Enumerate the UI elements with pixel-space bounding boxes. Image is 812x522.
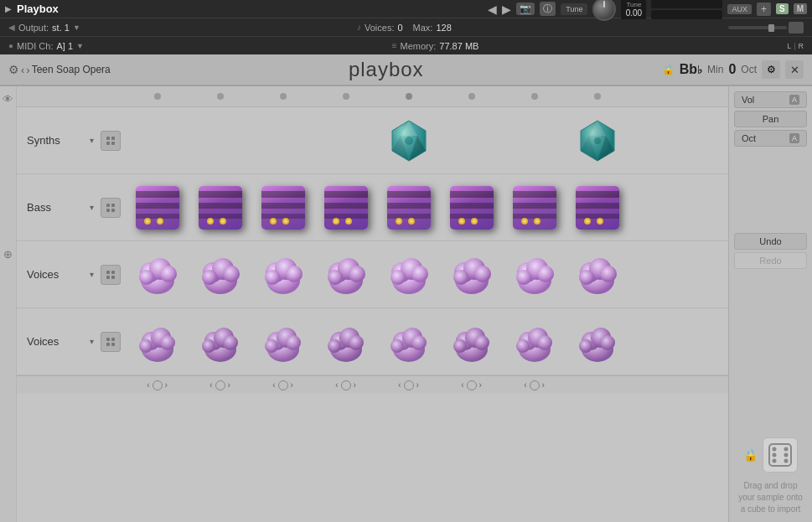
- nav-prev-1[interactable]: ‹: [147, 380, 149, 390]
- bass-expand-button[interactable]: ▾: [90, 203, 94, 212]
- eye-icon[interactable]: 👁: [3, 93, 13, 106]
- svg-point-44: [516, 270, 531, 285]
- voices1-cell-3[interactable]: [251, 241, 314, 308]
- undo-button[interactable]: Undo: [734, 233, 807, 250]
- synth-cell-1[interactable]: [126, 107, 189, 174]
- output-dropdown[interactable]: ▼: [73, 23, 80, 32]
- output-label: Output:: [18, 23, 49, 33]
- voices1-trigger[interactable]: [101, 265, 121, 285]
- step-dot-4: [314, 93, 377, 100]
- nav-prev-6[interactable]: ‹: [461, 380, 463, 390]
- nav-next-6[interactable]: ›: [479, 380, 482, 390]
- bass-trigger[interactable]: [101, 198, 121, 218]
- nav-next-3[interactable]: ›: [291, 380, 293, 390]
- synth-cell-6[interactable]: [440, 107, 503, 174]
- synth-cell-7[interactable]: [503, 107, 566, 174]
- bass-cell-5[interactable]: [377, 174, 440, 241]
- key-oct-controls: 🔒 Bb♭ Min 0 Oct ⚙ ✕: [662, 60, 804, 79]
- bass-cell-7[interactable]: [503, 174, 566, 241]
- voices1-cell-8[interactable]: [566, 241, 628, 308]
- aux-button[interactable]: AUX: [727, 4, 752, 14]
- fader-bar1[interactable]: [728, 26, 787, 29]
- synth-cell-2[interactable]: [189, 107, 251, 174]
- bass-cell-4[interactable]: [314, 174, 377, 241]
- nav-next-1[interactable]: ›: [165, 380, 168, 390]
- breadcrumb-next-button[interactable]: ›: [26, 64, 29, 76]
- tune-knob[interactable]: [592, 0, 616, 21]
- gear-button[interactable]: ⚙: [762, 60, 780, 79]
- voices2-cell-4[interactable]: [314, 308, 377, 375]
- synths-trigger[interactable]: [101, 131, 121, 151]
- bass-cell-6[interactable]: [440, 174, 503, 241]
- nav-group: ⚙ ‹ › Teen Soap Opera: [8, 63, 111, 76]
- prev-nav-button[interactable]: ◀: [488, 3, 497, 16]
- voices1-cube-6: [447, 251, 496, 299]
- voices1-expand-button[interactable]: ▾: [90, 270, 94, 279]
- bass-label-area: Bass ▾: [17, 201, 101, 214]
- voices1-cell-2[interactable]: [189, 241, 251, 308]
- synths-row: Synths ▾: [17, 107, 728, 174]
- voices2-trigger[interactable]: [101, 332, 121, 352]
- voices2-expand-button[interactable]: ▾: [90, 337, 94, 346]
- camera-button[interactable]: 📷: [516, 3, 535, 15]
- pan-button[interactable]: Pan: [734, 111, 807, 127]
- nav-prev-4[interactable]: ‹: [335, 380, 338, 390]
- nav-next-5[interactable]: ›: [416, 380, 419, 390]
- nav-prev-2[interactable]: ‹: [209, 380, 212, 390]
- m-button[interactable]: M: [794, 3, 807, 14]
- voices2-cube-3: [259, 318, 308, 366]
- nav-next-2[interactable]: ›: [228, 380, 230, 390]
- voices2-cell-5[interactable]: [377, 308, 440, 375]
- midi-dropdown[interactable]: ▼: [76, 42, 84, 50]
- synths-expand-button[interactable]: ▾: [90, 136, 94, 145]
- lock-icon-dice[interactable]: 🔒: [743, 448, 758, 462]
- breadcrumb-prev-button[interactable]: ‹: [21, 64, 24, 76]
- voices2-cell-2[interactable]: [189, 308, 251, 375]
- flat-symbol: ♭: [697, 64, 702, 76]
- voices2-cell-3[interactable]: [251, 308, 314, 375]
- voices1-cell-4[interactable]: [314, 241, 377, 308]
- step-indicator-2: [215, 380, 225, 390]
- synth-cell-5[interactable]: [377, 107, 440, 174]
- voices1-cube-3: [259, 251, 308, 299]
- voices2-cell-6[interactable]: [440, 308, 503, 375]
- bass-row: Bass ▾: [17, 174, 728, 241]
- synth-cell-4[interactable]: [314, 107, 377, 174]
- voices1-cell-1[interactable]: [126, 241, 189, 308]
- bass-cell-8[interactable]: [566, 174, 628, 241]
- app-title: Playbox: [17, 3, 59, 15]
- bass-cell-3[interactable]: [251, 174, 314, 241]
- bass-cell-2[interactable]: [189, 174, 251, 241]
- voices1-cell-7[interactable]: [503, 241, 566, 308]
- bass-cell-1[interactable]: [126, 174, 189, 241]
- svg-point-63: [286, 335, 301, 350]
- vol-button[interactable]: Vol A: [734, 91, 807, 108]
- redo-button[interactable]: Redo: [734, 252, 807, 269]
- vu-meter-bottom: [651, 10, 722, 19]
- voices2-cell-7[interactable]: [503, 308, 566, 375]
- fader-bar2[interactable]: [789, 22, 804, 34]
- voices1-cell-6[interactable]: [440, 241, 503, 308]
- close-button[interactable]: ✕: [785, 60, 804, 79]
- plus-button[interactable]: +: [757, 3, 771, 16]
- oct-button[interactable]: Oct A: [734, 130, 807, 147]
- settings-icon-button[interactable]: ⚙: [8, 63, 19, 76]
- synth-cell-3[interactable]: [251, 107, 314, 174]
- voices2-cell-1[interactable]: [126, 308, 189, 375]
- voices2-cell-8[interactable]: [566, 308, 628, 375]
- r-label: R: [799, 42, 804, 50]
- nav-next-4[interactable]: ›: [354, 380, 356, 390]
- info-button[interactable]: ⓘ: [540, 2, 556, 16]
- nav-next-7[interactable]: ›: [542, 380, 545, 390]
- bass-cube-5: [387, 186, 431, 230]
- s-button[interactable]: S: [776, 3, 789, 14]
- nav-prev-3[interactable]: ‹: [272, 380, 275, 390]
- synth-cell-8[interactable]: [566, 107, 628, 174]
- nav-prev-7[interactable]: ‹: [524, 380, 526, 390]
- nav-prev-5[interactable]: ‹: [398, 380, 401, 390]
- voices1-cell-5[interactable]: [377, 241, 440, 308]
- next-nav-button[interactable]: ▶: [502, 3, 511, 16]
- dice-button[interactable]: [763, 437, 798, 473]
- bass-cube-6: [450, 186, 494, 230]
- link-icon[interactable]: ⊕: [3, 248, 13, 261]
